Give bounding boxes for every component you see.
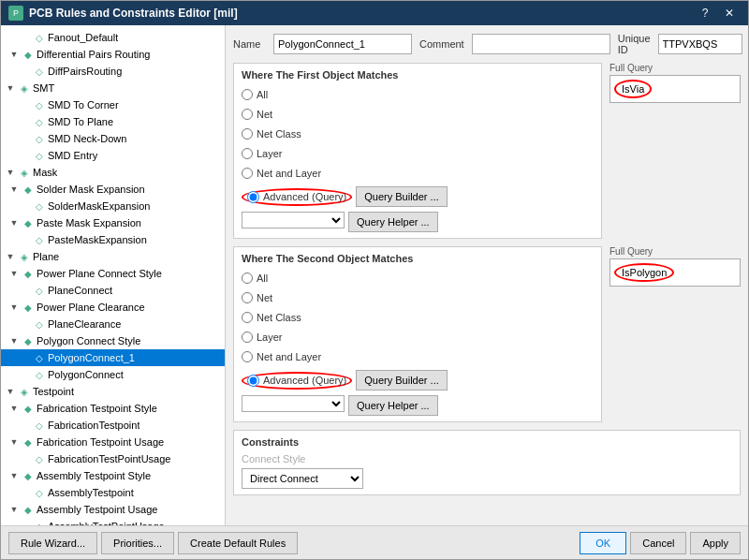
tree-node-icon-smt: ◈ bbox=[18, 81, 31, 95]
first-net-radio[interactable] bbox=[242, 109, 253, 120]
tree-item-smd-neck-down[interactable]: ◇SMD Neck-Down bbox=[1, 130, 225, 147]
second-query-helper-btn[interactable]: Query Helper ... bbox=[348, 395, 438, 416]
tree-item-fab-testpoint-style[interactable]: ▼◆Fabrication Testpoint Style bbox=[1, 400, 225, 417]
second-net-radio-item[interactable]: Net bbox=[242, 289, 594, 306]
tree-item-power-plane-connect-style[interactable]: ▼◆Power Plane Connect Style bbox=[1, 265, 225, 282]
apply-button[interactable]: Apply bbox=[690, 532, 741, 554]
expand-icon-smd-neck-down bbox=[20, 133, 31, 144]
second-match-section: Where The Second Object Matches All Net bbox=[233, 246, 602, 422]
expand-icon-plane-connect bbox=[20, 285, 31, 296]
expand-icon-polygon-connect-style: ▼ bbox=[8, 335, 20, 346]
comment-input[interactable] bbox=[472, 34, 610, 54]
tree-item-diffpairs-routing[interactable]: ◇DiffPairsRouting bbox=[1, 63, 225, 80]
priorities-button[interactable]: Priorities... bbox=[101, 532, 174, 554]
first-netlayer-radio[interactable] bbox=[242, 168, 253, 179]
second-all-radio[interactable] bbox=[242, 273, 253, 284]
expand-icon-smt: ▼ bbox=[5, 82, 16, 94]
second-netclass-radio[interactable] bbox=[242, 312, 253, 323]
tree-item-assembly-testpoint-usage2[interactable]: ◇AssemblyTestPointUsage bbox=[1, 518, 225, 525]
first-all-label: All bbox=[257, 89, 268, 100]
tree-item-fanout-default[interactable]: ◇Fanout_Default bbox=[1, 29, 225, 46]
second-advanced-radio[interactable] bbox=[247, 375, 259, 387]
expand-icon-solder-mask-expansion2 bbox=[20, 200, 31, 212]
connect-style-row: Connect Style bbox=[242, 453, 732, 464]
second-netlayer-radio-item[interactable]: Net and Layer bbox=[242, 348, 594, 365]
first-netclass-radio-item[interactable]: Net Class bbox=[242, 125, 594, 142]
tree-item-fab-testpoint[interactable]: ◇FabricationTestpoint bbox=[1, 417, 225, 434]
first-query-builder-btn[interactable]: Query Builder ... bbox=[356, 186, 447, 207]
first-match-select[interactable] bbox=[242, 212, 345, 228]
tree-node-icon-smd-entry: ◇ bbox=[33, 149, 46, 162]
tree-item-plane-clearance[interactable]: ◇PlaneClearance bbox=[1, 316, 225, 332]
tree-item-plane-connect[interactable]: ◇PlaneConnect bbox=[1, 282, 225, 299]
second-net-radio[interactable] bbox=[242, 292, 253, 303]
tree-item-diff-pairs-routing[interactable]: ▼◆Differential Pairs Routing bbox=[1, 46, 225, 63]
first-netlayer-radio-item[interactable]: Net and Layer bbox=[242, 165, 594, 182]
cancel-button[interactable]: Cancel bbox=[630, 532, 686, 554]
tree-label-testpoint: Testpoint bbox=[33, 386, 74, 397]
tree-item-polygon-connect-1[interactable]: ◇PolygonConnect_1 bbox=[1, 349, 225, 366]
tree-item-solder-mask-expansion[interactable]: ▼◆Solder Mask Expansion bbox=[1, 181, 225, 198]
first-query-helper-btn[interactable]: Query Helper ... bbox=[348, 212, 438, 232]
tree-item-polygon-connect-style[interactable]: ▼◆Polygon Connect Style bbox=[1, 332, 225, 349]
first-layer-radio[interactable] bbox=[242, 148, 253, 159]
tree-item-smd-to-corner[interactable]: ◇SMD To Corner bbox=[1, 96, 225, 113]
close-button[interactable]: ✕ bbox=[718, 5, 741, 22]
tree-item-paste-mask-expansion2[interactable]: ◇PasteMaskExpansion bbox=[1, 231, 225, 248]
name-input[interactable] bbox=[273, 34, 412, 54]
tree-label-fanout-default: Fanout_Default bbox=[48, 32, 118, 43]
tree-item-smd-to-plane[interactable]: ◇SMD To Plane bbox=[1, 113, 225, 130]
second-query-builder-btn[interactable]: Query Builder ... bbox=[356, 370, 447, 391]
tree-item-fab-testpoint-usage[interactable]: ▼◆Fabrication Testpoint Usage bbox=[1, 434, 225, 450]
tree-item-mask[interactable]: ▼◈Mask bbox=[1, 164, 225, 181]
second-netclass-radio-item[interactable]: Net Class bbox=[242, 309, 594, 326]
tree-item-fab-testpoint-usage2[interactable]: ◇FabricationTestPointUsage bbox=[1, 450, 225, 467]
tree-item-smd-entry[interactable]: ◇SMD Entry bbox=[1, 147, 225, 164]
tree-item-polygon-connect[interactable]: ◇PolygonConnect bbox=[1, 366, 225, 383]
first-all-radio-item[interactable]: All bbox=[242, 86, 594, 103]
tree-node-icon-diff-pairs-routing: ◆ bbox=[22, 48, 35, 61]
second-netlayer-radio[interactable] bbox=[242, 351, 253, 362]
expand-icon-power-plane-clearance: ▼ bbox=[8, 302, 20, 313]
first-advanced-radio[interactable] bbox=[247, 191, 259, 203]
second-layer-radio[interactable] bbox=[242, 332, 253, 343]
name-label: Name bbox=[233, 38, 266, 50]
bottom-bar: Rule Wizard... Priorities... Create Defa… bbox=[1, 525, 748, 559]
tree-node-icon-smd-neck-down: ◇ bbox=[33, 132, 46, 145]
tree-label-polygon-connect: PolygonConnect bbox=[48, 369, 124, 380]
first-netclass-radio[interactable] bbox=[242, 128, 253, 140]
tree-item-plane[interactable]: ▼◈Plane bbox=[1, 248, 225, 265]
constraints-section: Constraints Connect Style Direct Connect… bbox=[233, 430, 741, 495]
tree-item-paste-mask-expansion[interactable]: ▼◆Paste Mask Expansion bbox=[1, 214, 225, 231]
expand-icon-fab-testpoint-usage: ▼ bbox=[8, 436, 20, 448]
tree-item-solder-mask-expansion2[interactable]: ◇SolderMaskExpansion bbox=[1, 198, 225, 214]
expand-icon-fab-testpoint-usage2 bbox=[20, 453, 31, 464]
tree-item-assembly-testpoint-style[interactable]: ▼◆Assembly Testpoint Style bbox=[1, 467, 225, 484]
tree-node-icon-polygon-connect-1: ◇ bbox=[33, 351, 46, 364]
connect-style-select[interactable]: Direct Connect Relief Connect No Connect bbox=[242, 468, 363, 489]
second-match-select[interactable] bbox=[242, 395, 345, 412]
unique-id-label: Unique ID bbox=[618, 33, 651, 55]
tree-item-smt[interactable]: ▼◈SMT bbox=[1, 80, 225, 96]
help-button[interactable]: ? bbox=[694, 5, 716, 22]
first-net-radio-item[interactable]: Net bbox=[242, 106, 594, 123]
tree-node-icon-fab-testpoint: ◇ bbox=[33, 419, 46, 432]
tree-item-power-plane-clearance[interactable]: ▼◆Power Plane Clearance bbox=[1, 299, 225, 316]
tree-item-assembly-testpoint[interactable]: ◇AssemblyTestpoint bbox=[1, 484, 225, 501]
tree-label-paste-mask-expansion: Paste Mask Expansion bbox=[37, 217, 141, 228]
second-layer-radio-item[interactable]: Layer bbox=[242, 329, 594, 346]
tree-item-assembly-testpoint-usage[interactable]: ▼◆Assembly Testpoint Usage bbox=[1, 501, 225, 518]
name-row: Name Comment Unique ID bbox=[233, 33, 741, 55]
first-all-radio[interactable] bbox=[242, 89, 253, 100]
tree-panel[interactable]: ◇Fanout_Default▼◆Differential Pairs Rout… bbox=[1, 25, 226, 525]
unique-id-input[interactable] bbox=[658, 34, 742, 54]
create-default-rules-button[interactable]: Create Default Rules bbox=[178, 532, 298, 554]
tree-label-polygon-connect-1: PolygonConnect_1 bbox=[48, 352, 135, 363]
ok-button[interactable]: OK bbox=[580, 532, 626, 554]
second-all-radio-item[interactable]: All bbox=[242, 270, 594, 287]
second-netlayer-label: Net and Layer bbox=[257, 351, 321, 362]
first-layer-radio-item[interactable]: Layer bbox=[242, 145, 594, 162]
rule-wizard-button[interactable]: Rule Wizard... bbox=[8, 532, 97, 554]
first-match-title: Where The First Object Matches bbox=[242, 69, 594, 81]
tree-item-testpoint[interactable]: ▼◈Testpoint bbox=[1, 383, 225, 400]
